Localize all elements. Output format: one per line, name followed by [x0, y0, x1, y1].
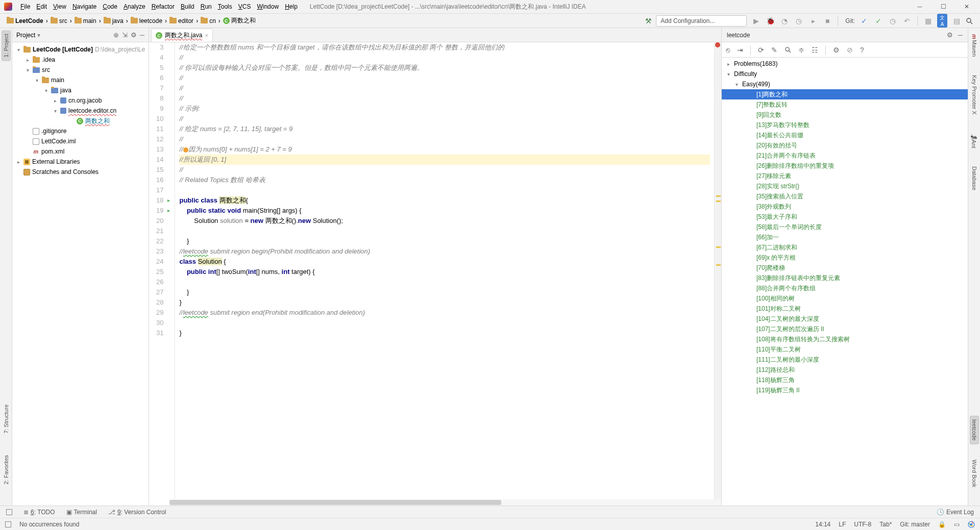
run-configuration-select[interactable]: [656, 15, 747, 27]
breadcrumb-item[interactable]: LeetCode: [4, 17, 46, 24]
breadcrumb-item[interactable]: leetcode: [128, 17, 165, 24]
refresh-icon[interactable]: ⟳: [758, 46, 764, 54]
problem-item[interactable]: [28]实现 strStr(): [722, 181, 968, 191]
menu-build[interactable]: Build: [178, 2, 198, 11]
logout-icon[interactable]: ⇥: [737, 46, 743, 54]
menu-window[interactable]: Window: [254, 2, 282, 11]
event-log-button[interactable]: 🕓Event Log: [937, 509, 974, 516]
collapse-icon[interactable]: ≑: [798, 46, 804, 54]
problem-item[interactable]: [69]x 的平方根: [722, 253, 968, 263]
gear-icon[interactable]: ⚙: [131, 31, 137, 39]
translate-icon[interactable]: 文A: [937, 14, 947, 28]
error-indicator-icon[interactable]: [715, 42, 720, 47]
code-with-me-icon[interactable]: ▦: [923, 17, 933, 25]
problem-item[interactable]: [9]回文数: [722, 110, 968, 120]
scratches-node[interactable]: Scratches and Consoles: [12, 167, 149, 177]
keypromoter-tool-tab[interactable]: Key Promoter X: [970, 72, 978, 118]
src-folder-node[interactable]: src: [12, 65, 149, 75]
problem-item[interactable]: [104]二叉树的最大深度: [722, 314, 968, 324]
build-icon[interactable]: ⚒: [645, 17, 652, 25]
problem-item[interactable]: [66]加一: [722, 232, 968, 242]
menu-file[interactable]: File: [17, 2, 33, 11]
lock-icon[interactable]: 🔒: [938, 521, 946, 528]
easy-node[interactable]: ▾Easy(499): [722, 79, 968, 89]
java-folder-node[interactable]: java: [12, 85, 149, 95]
tool-window-quick-access-icon[interactable]: [6, 509, 12, 515]
leetcode-tree[interactable]: ▸Problems(1683) ▾Difficulty ▾Easy(499) […: [722, 58, 968, 506]
menu-refactor[interactable]: Refactor: [149, 2, 178, 11]
expand-all-icon[interactable]: ⇲: [122, 31, 128, 39]
maven-tool-tab[interactable]: mMaven: [970, 30, 978, 60]
error-stripe[interactable]: [714, 42, 721, 506]
problem-item[interactable]: [27]移除元素: [722, 171, 968, 181]
terminal-tool-tab[interactable]: ▣Terminal: [66, 509, 97, 516]
problems-node[interactable]: ▸Problems(1683): [722, 59, 968, 69]
ide-status-icon[interactable]: [5, 521, 11, 527]
problem-item[interactable]: [1]两数之和: [722, 89, 968, 99]
problem-item[interactable]: [67]二进制求和: [722, 242, 968, 253]
clear-icon[interactable]: ⊘: [847, 46, 853, 54]
problem-item[interactable]: [119]杨辉三角 II: [722, 385, 968, 395]
code-body[interactable]: //给定一个整数数组 nums 和一个目标值 target，请你在该数组中找出和…: [175, 42, 714, 506]
project-root-node[interactable]: LeetCode [LettCode] D:\Idea_project\Le: [12, 44, 149, 55]
run-icon[interactable]: ▶: [751, 17, 761, 25]
profile-icon[interactable]: ◷: [794, 17, 804, 25]
problem-item[interactable]: [83]删除排序链表中的重复元素: [722, 273, 968, 283]
vcs-tool-tab[interactable]: ⎇9: Version Control: [108, 509, 166, 516]
menu-help[interactable]: Help: [282, 2, 301, 11]
problem-item[interactable]: [38]外观数列: [722, 201, 968, 212]
gear-icon[interactable]: ⚙: [947, 31, 953, 39]
problem-item[interactable]: [14]最长公共前缀: [722, 130, 968, 140]
package-node[interactable]: leetcode.editor.cn: [12, 106, 149, 116]
breadcrumb-item[interactable]: C两数之和: [220, 16, 258, 25]
window-minimize-button[interactable]: ─: [913, 2, 927, 11]
database-tool-tab[interactable]: Database: [970, 163, 978, 193]
menu-navigate[interactable]: Navigate: [69, 2, 100, 11]
gitignore-file-node[interactable]: .gitignore: [12, 126, 149, 136]
coverage-icon[interactable]: ◔: [779, 17, 790, 25]
breadcrumb-item[interactable]: java: [101, 17, 126, 24]
menu-analyze[interactable]: Analyze: [120, 2, 149, 11]
attach-icon[interactable]: ▸: [808, 17, 818, 25]
pick-icon[interactable]: ✎: [771, 46, 777, 54]
problem-item[interactable]: [53]最大子序和: [722, 212, 968, 222]
pom-file-node[interactable]: mpom.xml: [12, 146, 149, 157]
problem-item[interactable]: [70]爬楼梯: [722, 263, 968, 273]
ant-tool-tab[interactable]: 🐜Ant: [970, 130, 978, 152]
caret-position[interactable]: 14:14: [815, 521, 830, 528]
window-maximize-button[interactable]: ☐: [936, 2, 950, 11]
problem-item[interactable]: [110]平衡二叉树: [722, 344, 968, 355]
wordbook-tool-tab[interactable]: Word Book: [970, 457, 978, 490]
vcs-rollback-icon[interactable]: ↶: [902, 17, 912, 25]
indent-setting[interactable]: Tab*: [879, 521, 892, 528]
todo-tool-tab[interactable]: ≣6: TODO: [23, 509, 55, 516]
breadcrumb[interactable]: LeetCode›src›main›java›leetcode›editor›c…: [4, 16, 258, 25]
menu-vcs[interactable]: VCS: [235, 2, 254, 11]
favorites-tool-tab[interactable]: 2: Favorites: [2, 452, 10, 487]
debug-icon[interactable]: 🐞: [765, 17, 775, 25]
leetcode-tool-tab[interactable]: leetcode: [970, 416, 979, 444]
problem-item[interactable]: [107]二叉树的层次遍历 II: [722, 324, 968, 334]
problem-item[interactable]: [108]将有序数组转换为二叉搜索树: [722, 334, 968, 344]
menu-view[interactable]: View: [50, 2, 69, 11]
menu-edit[interactable]: Edit: [33, 2, 50, 11]
class-file-node[interactable]: C两数之和: [12, 116, 149, 126]
vcs-commit-icon[interactable]: ✓: [873, 17, 884, 25]
package-node[interactable]: cn.org.jacob: [12, 95, 149, 106]
menu-run[interactable]: Run: [198, 2, 215, 11]
chrome-icon[interactable]: [968, 521, 975, 528]
problem-item[interactable]: [118]杨辉三角: [722, 375, 968, 385]
window-close-button[interactable]: ✕: [960, 2, 974, 11]
locate-icon[interactable]: ⊕: [113, 31, 119, 39]
project-view-select[interactable]: Project ▾: [16, 32, 40, 39]
project-tool-tab[interactable]: 1: Project: [2, 30, 11, 61]
line-separator[interactable]: LF: [839, 521, 846, 528]
problem-item[interactable]: [101]对称二叉树: [722, 304, 968, 314]
editor-tab[interactable]: C 两数之和.java ×: [151, 29, 213, 42]
problem-item[interactable]: [26]删除排序数组中的重复项: [722, 161, 968, 171]
file-encoding[interactable]: UTF-8: [854, 521, 871, 528]
help-icon[interactable]: ?: [860, 46, 864, 54]
code-editor[interactable]: 3456789101112131415161718192021222324252…: [149, 42, 721, 506]
problem-item[interactable]: [35]搜索插入位置: [722, 191, 968, 201]
external-libraries-node[interactable]: External Libraries: [12, 157, 149, 167]
